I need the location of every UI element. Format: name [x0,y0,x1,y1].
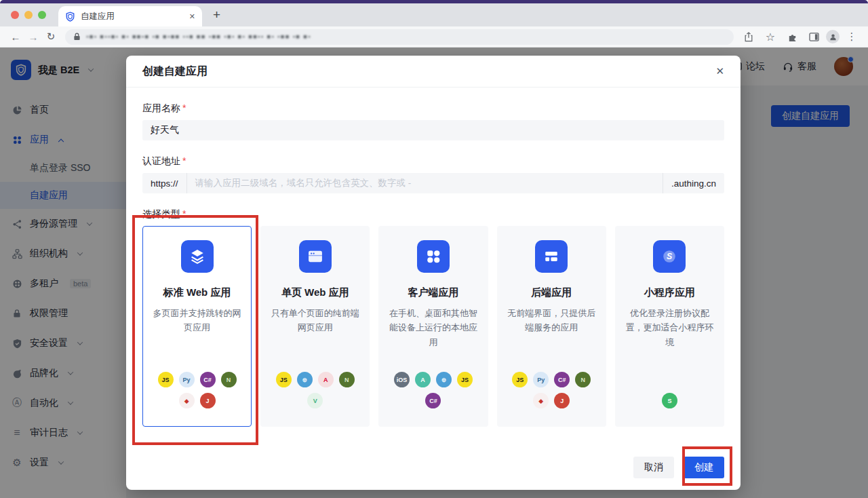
tech-stack-icons: iOSA⊛JSC# [390,372,477,408]
clover-petals-icon [417,240,450,273]
java-icon: J [554,393,570,408]
required-asterisk: * [182,208,186,219]
nodejs-icon: N [221,372,237,387]
required-asterisk: * [182,155,186,166]
extensions-puzzle-icon[interactable] [783,32,802,42]
javascript-icon: JS [457,372,473,387]
share-icon[interactable] [739,32,758,42]
layers-icon [181,240,214,273]
url-text-redacted: ▪■▪ ■▪▪■▪ ■▪ ■■▪■ ▪■ ■▪■■ ▪▪■ ■■ ▪■■ ▪■▪… [86,33,311,40]
fullscreen-window-button[interactable] [38,11,46,19]
browser-window: 自建应用 ✕ + ← → ↻ ▪■▪ ■▪▪■▪ ■▪ ■■▪■ ▪■ ■▪■■… [0,0,868,498]
modal-header: 创建自建应用 ✕ [126,56,741,88]
reload-icon[interactable]: ↻ [42,31,60,43]
card-miniprogram-app[interactable]: S 小程序应用 优化登录注册协议配置，更加适合小程序环境 S [615,226,724,427]
select-type-label: 选择类型* [142,208,724,221]
page-content: 我是 B2E 首页 应用 单点登录 SSO 自建应用 [0,47,868,498]
minimize-window-button[interactable] [24,11,33,19]
modal-title: 创建自建应用 [142,64,715,79]
card-description: 优化登录注册协议配置，更加适合小程序环境 [624,306,715,349]
card-title: 标准 Web 应用 [163,286,231,299]
auth-address-input-group: https:// 请输入应用二级域名，域名只允许包含英文、数字或 - .auth… [142,173,724,193]
toolbar-right-icons: ☆ ⋮ [739,30,861,43]
csharp-icon: C# [425,393,441,408]
cancel-button[interactable]: 取消 [633,457,674,478]
tech-stack-icons: S [626,393,713,408]
card-title: 客户端应用 [408,286,458,299]
card-title: 后端应用 [531,286,572,299]
javascript-icon: JS [512,372,528,387]
card-single-page-web-app[interactable]: 单页 Web 应用 只有单个页面的纯前端网页应用 JS⊛ANV [260,226,370,427]
bookmark-star-icon[interactable]: ☆ [761,31,780,43]
protocol-prefix: https:// [142,173,187,193]
vue-icon: V [307,393,323,408]
browser-tabbar: 自建应用 ✕ + [0,3,868,26]
card-client-app[interactable]: 客户端应用 在手机、桌面和其他智能设备上运行的本地应用 iOSA⊛JSC# [378,226,488,427]
card-backend-app[interactable]: 后端应用 无前端界面，只提供后端服务的应用 JSPyC#N◆J [497,226,606,427]
create-button[interactable]: 创建 [684,457,724,478]
traffic-lights [11,11,46,19]
app-name-value: 好天气 [151,124,179,136]
tech-stack-icons: JSPyC#N◆J [154,372,241,408]
javascript-icon: JS [276,372,292,387]
tech-stack-icons: JS⊛ANV [272,372,359,408]
domain-suffix: .authing.cn [663,173,724,193]
browser-profile-avatar[interactable] [826,30,840,43]
card-title: 小程序应用 [644,286,695,299]
modal-body: 应用名称* 好天气 认证地址* https:// 请输入应用二级域名，域名只允许… [126,88,741,457]
ruby-icon: ◆ [179,393,195,408]
app-name-label: 应用名称* [142,102,724,115]
ios-icon: iOS [394,372,410,387]
card-standard-web-app[interactable]: 标准 Web 应用 多页面并支持跳转的网页应用 JSPyC#N◆J [142,226,252,427]
browser-tab[interactable]: 自建应用 ✕ [58,6,202,26]
close-tab-icon[interactable]: ✕ [189,12,195,21]
javascript-icon: JS [158,372,174,387]
server-bars-icon [535,240,568,273]
required-asterisk: * [182,102,186,113]
python-icon: Py [179,372,195,387]
app-name-input[interactable]: 好天气 [142,120,724,140]
wechat-miniprogram-icon: S [662,393,677,408]
subdomain-input[interactable]: 请输入应用二级域名，域名只允许包含英文、数字或 - [187,173,663,193]
back-icon[interactable]: ← [7,31,24,43]
angular-icon: A [318,372,334,387]
csharp-icon: C# [554,372,570,387]
miniprogram-icon: S [653,240,686,273]
lock-icon [73,33,81,41]
card-description: 只有单个页面的纯前端网页应用 [269,306,361,335]
react-icon: ⊛ [297,372,313,387]
python-icon: Py [533,372,549,387]
ruby-icon: ◆ [533,393,549,408]
browser-window-icon [299,240,332,273]
csharp-icon: C# [200,372,216,387]
react-native-icon: ⊛ [436,372,452,387]
nodejs-icon: N [339,372,355,387]
tab-title: 自建应用 [81,11,184,22]
close-window-button[interactable] [11,11,19,19]
card-description: 在手机、桌面和其他智能设备上运行的本地应用 [387,306,479,349]
app-type-cards: 标准 Web 应用 多页面并支持跳转的网页应用 JSPyC#N◆J 单页 Web… [142,226,724,427]
close-icon[interactable]: ✕ [715,65,724,77]
favicon-shield-icon [65,12,75,22]
auth-address-label: 认证地址* [142,155,724,168]
card-description: 无前端界面，只提供后端服务的应用 [506,306,597,335]
browser-toolbar: ← → ↻ ▪■▪ ■▪▪■▪ ■▪ ■■▪■ ▪■ ■▪■■ ▪▪■ ■■ ▪… [0,26,868,47]
address-bar[interactable]: ▪■▪ ■▪▪■▪ ■▪ ■■▪■ ▪■ ■▪■■ ▪▪■ ■■ ▪■■ ▪■▪… [65,29,734,45]
card-description: 多页面并支持跳转的网页应用 [151,306,243,335]
new-tab-button[interactable]: + [213,7,220,22]
create-app-modal: 创建自建应用 ✕ 应用名称* 好天气 认证地址* https:// 请输入应用二… [126,56,741,490]
modal-footer: 取消 创建 [126,457,741,490]
svg-text:S: S [667,252,673,261]
android-icon: A [415,372,431,387]
nodejs-icon: N [575,372,591,387]
java-icon: J [200,393,216,408]
browser-menu-icon[interactable]: ⋮ [842,31,861,43]
tech-stack-icons: JSPyC#N◆J [508,372,595,408]
forward-icon[interactable]: → [24,31,42,43]
side-panel-icon[interactable] [804,33,823,41]
card-title: 单页 Web 应用 [281,286,349,299]
